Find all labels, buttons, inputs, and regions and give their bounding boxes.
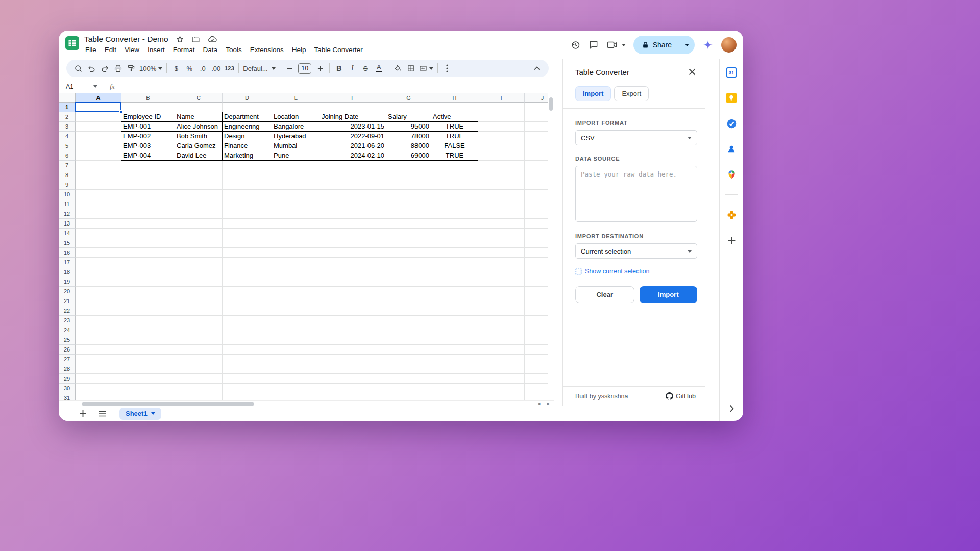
cell-E6[interactable]: Pune [272, 151, 320, 161]
cell-A21[interactable] [76, 296, 121, 306]
import-destination-select[interactable]: Current selection [575, 243, 697, 259]
cell-C18[interactable] [175, 267, 223, 277]
cell-I21[interactable] [478, 296, 525, 306]
row-header-4[interactable]: 4 [59, 132, 76, 141]
cell-A15[interactable] [76, 238, 121, 248]
cell-B8[interactable] [121, 170, 175, 180]
cell-G2[interactable]: Salary [386, 112, 431, 122]
cell-J20[interactable] [525, 287, 548, 296]
cell-E19[interactable] [272, 277, 320, 287]
cell-E22[interactable] [272, 306, 320, 316]
cell-B1[interactable] [121, 103, 175, 112]
cell-C9[interactable] [175, 180, 223, 190]
cell-B4[interactable]: EMP-002 [121, 132, 175, 141]
row-header-24[interactable]: 24 [59, 325, 76, 335]
sheet-tab-sheet1[interactable]: Sheet1 [119, 408, 161, 420]
cell-F1[interactable] [320, 103, 386, 112]
scroll-left-icon[interactable]: ◄ [536, 401, 541, 406]
cell-E8[interactable] [272, 170, 320, 180]
cell-G12[interactable] [386, 209, 431, 219]
cell-C17[interactable] [175, 258, 223, 267]
cell-C30[interactable] [175, 384, 223, 393]
row-header-6[interactable]: 6 [59, 151, 76, 161]
cell-C15[interactable] [175, 238, 223, 248]
cell-I4[interactable] [478, 132, 525, 141]
cell-C14[interactable] [175, 229, 223, 238]
print-icon[interactable] [111, 62, 125, 75]
cell-A6[interactable] [76, 151, 121, 161]
menu-insert[interactable]: Insert [143, 45, 169, 55]
font-size-input[interactable]: 10 [298, 63, 311, 74]
cell-J10[interactable] [525, 190, 548, 199]
tab-export[interactable]: Export [614, 86, 649, 101]
cell-G14[interactable] [386, 229, 431, 238]
cell-C19[interactable] [175, 277, 223, 287]
cell-B25[interactable] [121, 335, 175, 345]
cell-I31[interactable] [478, 393, 525, 400]
cell-A7[interactable] [76, 161, 121, 170]
cell-C29[interactable] [175, 374, 223, 384]
cell-H31[interactable] [431, 393, 478, 400]
vertical-scrollbar-thumb[interactable] [549, 97, 553, 111]
cell-H10[interactable] [431, 190, 478, 199]
cell-F29[interactable] [320, 374, 386, 384]
sheets-logo-icon[interactable] [65, 36, 79, 52]
cell-G29[interactable] [386, 374, 431, 384]
cell-B14[interactable] [121, 229, 175, 238]
fill-color-icon[interactable] [391, 62, 404, 75]
row-header-28[interactable]: 28 [59, 364, 76, 374]
cell-A16[interactable] [76, 248, 121, 258]
menu-help[interactable]: Help [288, 45, 310, 55]
row-header-17[interactable]: 17 [59, 258, 76, 267]
name-box[interactable]: A1 [59, 83, 103, 90]
cell-G27[interactable] [386, 355, 431, 364]
cell-I14[interactable] [478, 229, 525, 238]
cell-J29[interactable] [525, 374, 548, 384]
row-header-12[interactable]: 12 [59, 209, 76, 219]
keep-icon[interactable] [726, 92, 737, 104]
cell-G25[interactable] [386, 335, 431, 345]
cell-D4[interactable]: Design [223, 132, 272, 141]
cell-I6[interactable] [478, 151, 525, 161]
cell-C31[interactable] [175, 393, 223, 400]
cell-H8[interactable] [431, 170, 478, 180]
cell-A1[interactable] [76, 103, 121, 112]
cell-F8[interactable] [320, 170, 386, 180]
cell-G5[interactable]: 88000 [386, 141, 431, 151]
cell-C21[interactable] [175, 296, 223, 306]
cell-F13[interactable] [320, 219, 386, 229]
move-folder-icon[interactable] [191, 35, 200, 44]
cell-G7[interactable] [386, 161, 431, 170]
cell-G3[interactable]: 95000 [386, 122, 431, 132]
cell-D19[interactable] [223, 277, 272, 287]
cell-H19[interactable] [431, 277, 478, 287]
menu-extensions[interactable]: Extensions [246, 45, 288, 55]
column-header-H[interactable]: H [431, 93, 478, 103]
cell-J9[interactable] [525, 180, 548, 190]
cell-H9[interactable] [431, 180, 478, 190]
cell-C1[interactable] [175, 103, 223, 112]
menu-format[interactable]: Format [169, 45, 199, 55]
row-header-1[interactable]: 1 [59, 103, 76, 112]
cell-H24[interactable] [431, 325, 478, 335]
cell-F11[interactable] [320, 199, 386, 209]
tasks-icon[interactable] [726, 118, 737, 129]
cell-B31[interactable] [121, 393, 175, 400]
cell-I1[interactable] [478, 103, 525, 112]
column-header-G[interactable]: G [386, 93, 431, 103]
cell-A10[interactable] [76, 190, 121, 199]
paint-format-icon[interactable] [125, 62, 138, 75]
cell-D8[interactable] [223, 170, 272, 180]
cell-H14[interactable] [431, 229, 478, 238]
cell-C4[interactable]: Bob Smith [175, 132, 223, 141]
cell-H2[interactable]: Active [431, 112, 478, 122]
cell-A25[interactable] [76, 335, 121, 345]
cell-H26[interactable] [431, 345, 478, 355]
cell-H12[interactable] [431, 209, 478, 219]
cell-J19[interactable] [525, 277, 548, 287]
cell-D27[interactable] [223, 355, 272, 364]
cell-B18[interactable] [121, 267, 175, 277]
cell-E12[interactable] [272, 209, 320, 219]
undo-icon[interactable] [85, 62, 98, 75]
cell-I11[interactable] [478, 199, 525, 209]
